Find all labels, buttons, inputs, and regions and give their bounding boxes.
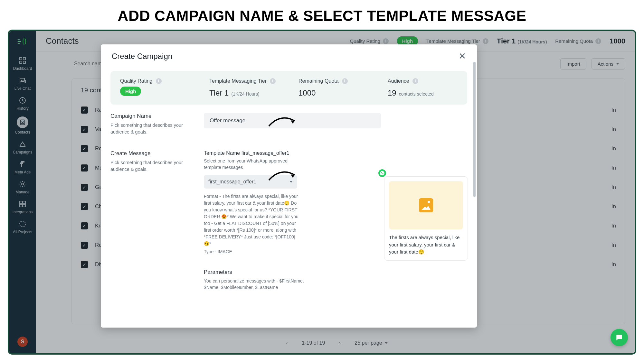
campaign-name-help: Pick something that describes your audie… — [110, 122, 194, 135]
message-preview: The firsts are always special, like your… — [384, 176, 468, 261]
info-icon: i — [156, 78, 162, 84]
page-banner: ADD CAMPAIGN NAME & SELECT TEMPLATE MESS… — [0, 0, 644, 30]
template-name-label: Template Name first_message_offer1 — [204, 150, 310, 156]
info-quality-badge: High — [120, 87, 141, 96]
close-button[interactable]: ✕ — [459, 51, 466, 61]
info-icon: i — [342, 78, 348, 84]
info-tier-value: Tier 1 — [209, 88, 229, 97]
chat-support-button[interactable] — [611, 329, 628, 346]
info-audience-value: 19 — [388, 88, 396, 97]
image-icon — [419, 198, 433, 212]
app-frame: Dashboard Live Chat History Contacts Cam… — [8, 30, 636, 355]
preview-text: The firsts are always special, like your… — [389, 234, 463, 256]
info-audience-sub: contacts selected — [399, 91, 434, 97]
template-name-help: Select one from your WhatsApp approved t… — [204, 158, 297, 171]
info-icon: i — [270, 78, 276, 84]
create-message-help: Pick something that describes your audie… — [110, 159, 194, 173]
template-format-text: Format - The firsts are always special, … — [204, 193, 300, 247]
campaign-name-input[interactable] — [204, 113, 381, 128]
info-quality-label: Quality Rating — [120, 78, 153, 84]
whatsapp-icon — [377, 168, 387, 178]
parameters-label: Parameters — [204, 269, 310, 275]
info-strip: Quality Ratingi High Template Messaging … — [110, 71, 467, 105]
info-quota-value: 1000 — [298, 88, 368, 97]
campaign-name-label: Campaign Name — [110, 113, 204, 119]
parameters-help: You can personalize messages with - $Fir… — [204, 278, 307, 291]
create-message-label: Create Message — [110, 150, 204, 157]
template-select[interactable]: first_message_offer1 — [204, 175, 297, 189]
chevron-down-icon — [289, 181, 293, 183]
template-type-text: Type - IMAGE — [204, 249, 310, 254]
info-audience-label: Audience — [388, 78, 409, 84]
info-tier-label: Template Messaging Tier — [209, 78, 267, 84]
create-campaign-modal: Create Campaign ✕ Quality Ratingi High T… — [101, 44, 477, 328]
info-quota-label: Remaining Quota — [298, 78, 339, 84]
info-icon: i — [412, 78, 418, 84]
info-tier-sub: (1K/24 Hours) — [231, 91, 259, 97]
preview-image-placeholder — [389, 181, 463, 229]
template-select-value: first_message_offer1 — [208, 179, 256, 185]
modal-title: Create Campaign — [112, 52, 172, 61]
